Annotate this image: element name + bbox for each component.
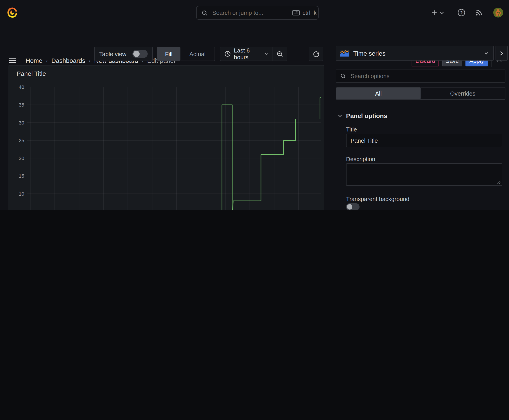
table-view-label: Table view — [99, 51, 126, 57]
hamburger-menu-icon[interactable] — [9, 57, 16, 63]
actual-option[interactable]: Actual — [181, 47, 214, 60]
global-search-box[interactable]: ctrl+k — [196, 6, 319, 20]
breadcrumb-separator: › — [89, 57, 91, 64]
top-nav-bar: ctrl+k ? — [0, 0, 509, 26]
zoom-out-time-button[interactable] — [272, 47, 287, 60]
keyboard-icon — [292, 10, 300, 16]
tab-all[interactable]: All — [336, 88, 421, 99]
svg-text:20: 20 — [19, 156, 24, 161]
table-view-control: Table view — [94, 47, 153, 61]
collapse-options-pane-button[interactable] — [495, 46, 508, 60]
tab-overrides[interactable]: Overrides — [421, 88, 505, 99]
fill-option[interactable]: Fill — [157, 47, 181, 60]
transparent-background-toggle[interactable] — [346, 203, 359, 210]
clock-icon — [224, 51, 231, 57]
search-options-input[interactable] — [350, 72, 505, 80]
global-search-input[interactable] — [211, 9, 292, 17]
refresh-button[interactable] — [309, 47, 323, 61]
breadcrumb-dashboards[interactable]: Dashboards — [51, 57, 85, 64]
options-pane: Time series All Overrides Panel options … — [332, 45, 509, 210]
svg-text:40: 40 — [19, 84, 24, 90]
plus-icon — [431, 9, 438, 16]
svg-text:15: 15 — [19, 173, 24, 179]
description-textarea[interactable] — [346, 163, 502, 186]
search-shortcut-hint: ctrl+k — [303, 9, 317, 16]
chart-panel: Panel Title 051015202530354015:3016:0016… — [8, 65, 324, 210]
topbar-divider — [450, 6, 450, 19]
breadcrumb-separator: › — [46, 57, 48, 64]
time-series-plot: 051015202530354015:3016:0016:3017:0017:3… — [9, 66, 324, 210]
svg-text:10: 10 — [19, 191, 24, 197]
search-icon — [340, 73, 346, 79]
time-range-label: Last 6 hours — [234, 47, 261, 60]
breadcrumb-home[interactable]: Home — [26, 57, 42, 64]
transparent-background-label: Transparent background — [346, 196, 409, 202]
search-icon — [202, 10, 208, 16]
time-range-picker[interactable]: Last 6 hours — [220, 47, 272, 60]
news-rss-icon[interactable] — [475, 8, 483, 17]
title-label: Title — [346, 126, 357, 133]
svg-text:5: 5 — [22, 209, 24, 210]
svg-text:?: ? — [460, 10, 463, 15]
fill-actual-switch: Fill Actual — [157, 47, 215, 61]
visualization-picker[interactable]: Time series — [336, 46, 494, 60]
chevron-down-icon — [264, 52, 268, 56]
visualization-name: Time series — [353, 50, 484, 57]
chevron-right-icon — [500, 51, 504, 56]
search-options-box[interactable] — [336, 69, 505, 82]
description-label: Description — [346, 156, 375, 162]
panel-options-section-header[interactable]: Panel options — [338, 112, 387, 119]
grafana-logo[interactable] — [6, 6, 19, 19]
grafana-app: ctrl+k ? Home › Dashboards › New dashboa… — [0, 0, 509, 210]
table-view-toggle[interactable] — [132, 50, 148, 58]
svg-text:35: 35 — [19, 102, 24, 108]
resize-grip-icon — [497, 180, 501, 184]
new-menu-button[interactable] — [431, 7, 444, 18]
panel-options-header-label: Panel options — [346, 112, 387, 119]
title-input[interactable] — [346, 134, 502, 147]
chevron-down-icon — [484, 51, 489, 56]
user-avatar[interactable] — [493, 8, 503, 17]
chevron-down-icon — [338, 113, 342, 118]
chevron-down-icon — [440, 10, 444, 15]
all-overrides-tabs: All Overrides — [336, 87, 505, 100]
breadcrumb-bar: Home › Dashboards › New dashboard › Edit… — [0, 26, 509, 45]
svg-text:30: 30 — [19, 120, 24, 126]
svg-text:25: 25 — [19, 138, 24, 143]
help-icon[interactable]: ? — [457, 8, 465, 17]
timeseries-viz-icon — [340, 50, 349, 57]
time-range-control: Last 6 hours — [220, 47, 287, 61]
